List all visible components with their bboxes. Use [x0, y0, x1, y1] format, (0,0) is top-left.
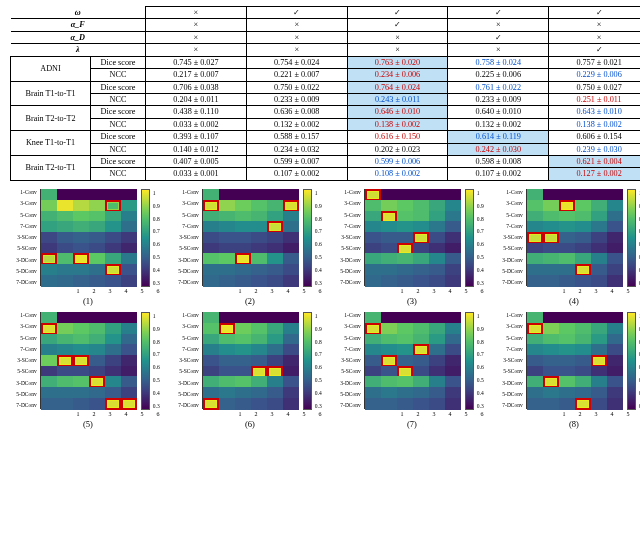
y-tick-label: 3-SConv [16, 235, 36, 241]
metric-value: 0.229 ± 0.006 [549, 69, 640, 81]
y-tick-label: 7-DConv [340, 280, 360, 286]
metric-value: 0.758 ± 0.024 [448, 56, 549, 68]
x-tick-label: 4 [611, 288, 614, 294]
metric-value: 0.234 ± 0.032 [246, 143, 347, 155]
heatmap-cell [267, 275, 283, 287]
colorbar-tick: 0.6 [315, 241, 322, 247]
y-tick-label: 3-DConv [178, 381, 198, 387]
x-tick-label: 1 [77, 288, 80, 294]
colorbar-tick: 0.3 [315, 403, 322, 409]
metric-value: 0.764 ± 0.024 [347, 81, 448, 93]
y-tick-label: 1-Conv [16, 313, 36, 319]
colorbar-tick: 0.5 [153, 377, 160, 383]
colorbar-tick: 0.9 [153, 326, 160, 332]
y-tick-label: 1-Conv [16, 190, 36, 196]
metric-value: 0.033 ± 0.002 [146, 118, 247, 130]
x-tick-label: 4 [125, 288, 128, 294]
metric-value: 0.107 ± 0.002 [246, 168, 347, 180]
config-mark: × [347, 44, 448, 56]
y-tick-label: 7-Conv [178, 224, 198, 230]
heatmap-cell [365, 275, 381, 287]
colorbar-tick: 0.9 [477, 326, 484, 332]
heatmap-cell [89, 275, 105, 287]
heatmap-cell [429, 398, 445, 410]
heatmap-cell [397, 275, 413, 287]
colorbar-tick: 0.8 [315, 216, 322, 222]
metric-name: NCC [91, 69, 146, 81]
colorbar [465, 312, 474, 410]
header-param: α_F [71, 20, 85, 29]
header-param: α_D [70, 33, 85, 42]
heatmap-7: 1-Conv3-Conv5-Conv7-Conv3-SConv5-SConv3-… [334, 312, 490, 429]
metric-value: 0.132 ± 0.002 [246, 118, 347, 130]
colorbar-tick: 1 [153, 313, 160, 319]
metric-name: NCC [91, 143, 146, 155]
colorbar-tick: 0.4 [153, 267, 160, 273]
dataset-name: Brain T2-to-T1 [11, 156, 91, 181]
metric-name: Dice score [91, 81, 146, 93]
heatmap-cell [591, 398, 607, 410]
heatmap-cell [89, 398, 105, 410]
colorbar [465, 189, 474, 287]
y-tick-label: 7-Conv [178, 347, 198, 353]
x-tick-label: 2 [417, 288, 420, 294]
metric-value: 0.239 ± 0.030 [549, 143, 640, 155]
x-tick-label: 2 [93, 288, 96, 294]
metric-value: 0.750 ± 0.027 [549, 81, 640, 93]
metric-value: 0.757 ± 0.021 [549, 56, 640, 68]
heatmap-cell [121, 275, 137, 287]
y-tick-label: 5-Conv [502, 213, 522, 219]
colorbar-tick: 0.5 [477, 254, 484, 260]
x-tick-label: 5 [465, 411, 468, 417]
y-tick-label: 3-Conv [178, 324, 198, 330]
heatmap-4: 1-Conv3-Conv5-Conv7-Conv3-SConv5-SConv3-… [496, 189, 640, 306]
y-tick-label: 3-Conv [16, 201, 36, 207]
colorbar-tick: 0.9 [315, 326, 322, 332]
heatmap-grid: 1-Conv3-Conv5-Conv7-Conv3-SConv5-SConv3-… [10, 189, 640, 429]
dataset-name: ADNI [11, 56, 91, 81]
config-mark: ✓ [448, 7, 549, 19]
y-tick-label: 7-Conv [340, 224, 360, 230]
colorbar-tick: 0.3 [315, 280, 322, 286]
colorbar-tick: 0.8 [477, 339, 484, 345]
metric-value: 0.107 ± 0.002 [448, 168, 549, 180]
x-tick-label: 4 [287, 411, 290, 417]
metric-value: 0.640 ± 0.010 [448, 106, 549, 118]
heatmap-cell [203, 398, 219, 410]
colorbar-tick: 0.6 [477, 241, 484, 247]
metric-value: 0.251 ± 0.011 [549, 93, 640, 105]
colorbar-tick: 0.7 [153, 228, 160, 234]
subplot-caption: (2) [245, 296, 255, 306]
y-tick-label: 7-DConv [178, 280, 198, 286]
metric-value: 0.706 ± 0.038 [146, 81, 247, 93]
y-tick-label: 5-SConv [178, 369, 198, 375]
metric-value: 0.643 ± 0.010 [549, 106, 640, 118]
heatmap-cell [381, 275, 397, 287]
config-mark: × [549, 19, 640, 31]
x-tick-label: 3 [109, 288, 112, 294]
heatmap-cell [413, 398, 429, 410]
metric-value: 0.614 ± 0.119 [448, 131, 549, 143]
colorbar-tick: 0.4 [315, 390, 322, 396]
colorbar-tick: 0.5 [315, 377, 322, 383]
y-tick-label: 5-SConv [340, 369, 360, 375]
metric-value: 0.204 ± 0.011 [146, 93, 247, 105]
y-tick-label: 5-DConv [16, 392, 36, 398]
heatmap-cell [235, 275, 251, 287]
heatmap-cell [105, 398, 121, 410]
y-tick-label: 7-DConv [16, 403, 36, 409]
colorbar-tick: 0.7 [315, 351, 322, 357]
x-tick-label: 6 [157, 288, 160, 294]
x-tick-label: 2 [579, 411, 582, 417]
y-tick-label: 3-Conv [178, 201, 198, 207]
heatmap-cell [543, 275, 559, 287]
config-mark: × [448, 44, 549, 56]
heatmap-cell [219, 275, 235, 287]
heatmap-cell [73, 398, 89, 410]
heatmap-cell [381, 398, 397, 410]
colorbar-tick: 1 [315, 190, 322, 196]
metric-name: Dice score [91, 131, 146, 143]
header-param: λ [76, 45, 80, 54]
metric-value: 0.242 ± 0.030 [448, 143, 549, 155]
y-tick-label: 5-DConv [340, 269, 360, 275]
